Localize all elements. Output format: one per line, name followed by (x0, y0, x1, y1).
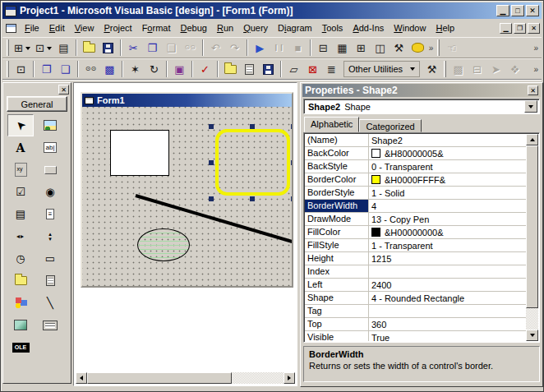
property-row-height[interactable]: Height1215 (305, 252, 526, 265)
selection-handle[interactable] (250, 196, 255, 201)
toolbar-grip[interactable] (7, 39, 9, 56)
designer-horizontal-scrollbar[interactable] (76, 372, 295, 384)
move-objects-button[interactable]: ❖ (505, 60, 524, 78)
utility-tools-button[interactable]: ⚒ (422, 60, 441, 78)
find-records-button[interactable]: ⊙⊙ (81, 60, 100, 78)
selection-handle[interactable] (291, 196, 292, 201)
toolbar-overflow-chevron[interactable]: » (532, 44, 540, 53)
object-selector-combo[interactable]: Shape2 Shape (303, 99, 540, 114)
property-row-top[interactable]: Top360 (305, 318, 526, 331)
menu-format[interactable]: Format (137, 21, 176, 35)
property-value[interactable]: 2400 (369, 279, 526, 291)
menu-editor-button[interactable]: ▤ (54, 39, 73, 57)
property-value[interactable] (369, 265, 526, 278)
dirlistbox-tool[interactable] (7, 270, 34, 292)
property-value[interactable]: 1 - Transparent (369, 239, 526, 251)
selection-handle[interactable] (291, 160, 292, 165)
save-as-button[interactable] (259, 60, 278, 78)
scroll-down-icon[interactable] (526, 330, 538, 341)
selection-handle[interactable] (209, 124, 214, 129)
property-value[interactable]: 4 - Rounded Rectangle (369, 292, 526, 304)
cut-button[interactable]: ✂ (124, 39, 143, 57)
refresh-window-button[interactable]: ↻ (145, 60, 164, 78)
wizard-button[interactable]: ✶ (126, 60, 145, 78)
property-value[interactable]: &H00000000& (369, 226, 526, 238)
delete-window-button[interactable]: ⊠ (303, 60, 322, 78)
property-value[interactable]: 360 (369, 318, 526, 330)
menu-addins[interactable]: Add-Ins (348, 21, 389, 35)
mdi-close-button[interactable]: ✕ (528, 23, 540, 34)
property-value[interactable]: &H0000FFFF& (369, 173, 526, 186)
menu-query[interactable]: Query (238, 21, 273, 35)
menu-diagram[interactable]: Diagram (273, 21, 317, 35)
toolbox-general-tab[interactable]: General (7, 96, 67, 112)
save-project-button[interactable] (99, 39, 118, 57)
property-row-name[interactable]: (Name)Shape2 (305, 134, 526, 147)
property-value[interactable]: Shape2 (369, 134, 526, 146)
combobox-tool[interactable]: ▤ (7, 203, 34, 225)
hscrollbar-tool[interactable]: ◂▸ (7, 225, 34, 247)
menu-project[interactable]: Project (99, 21, 136, 35)
property-value[interactable]: 13 - Copy Pen (369, 213, 526, 225)
scroll-right-icon[interactable] (284, 372, 295, 384)
text-document-button[interactable] (240, 60, 259, 78)
menu-run[interactable]: Run (212, 21, 238, 35)
other-utilities-dropdown[interactable]: Other Utilities (343, 61, 420, 77)
property-value[interactable]: &H80000005& (369, 147, 526, 159)
add-form-button[interactable]: ⊡ (33, 39, 54, 57)
scroll-up-icon[interactable] (526, 134, 538, 145)
property-row-index[interactable]: Index (305, 265, 526, 279)
scrollbar-thumb[interactable] (87, 372, 232, 384)
find-button[interactable]: ⊙⊙ (181, 39, 200, 57)
scrollbar-thumb[interactable] (526, 145, 538, 308)
listbox-tool[interactable]: ≡ (37, 203, 63, 225)
shape-tool[interactable] (7, 292, 34, 314)
menu-edit[interactable]: Edit (44, 21, 70, 35)
toolbar-grip[interactable] (7, 61, 9, 77)
new-window-button[interactable]: ⊟ (468, 60, 486, 78)
tab-categorized[interactable]: Categorized (359, 119, 421, 132)
open-project-button[interactable] (80, 39, 99, 57)
property-row-tag[interactable]: Tag (305, 305, 526, 318)
copy-add-button[interactable]: ❐ (37, 60, 56, 78)
paste-add-button[interactable]: ❑ (56, 60, 75, 78)
maximize-button[interactable]: □ (511, 5, 524, 16)
toolbox-close-icon[interactable]: ✕ (58, 85, 69, 95)
property-value[interactable]: True (369, 331, 526, 341)
property-row-bordercolor[interactable]: BorderColor&H0000FFFF& (305, 173, 526, 187)
toolbox-button[interactable]: ⚒ (390, 39, 408, 57)
picturebox-tool[interactable] (37, 114, 63, 136)
selection-handle[interactable] (209, 160, 214, 165)
property-row-borderstyle[interactable]: BorderStyle1 - Solid (305, 187, 526, 200)
scrollbar-track[interactable] (232, 372, 284, 384)
start-button[interactable]: ▶ (251, 39, 270, 57)
textbox-tool[interactable]: ab| (37, 136, 63, 159)
toolbar-grip[interactable] (437, 39, 440, 56)
select-pointer-button[interactable]: ➤ (486, 60, 505, 78)
menu-file[interactable]: File (20, 21, 44, 35)
menu-tools[interactable]: Tools (317, 21, 348, 35)
property-value[interactable]: 4 (369, 200, 526, 212)
validate-button[interactable]: ✓ (196, 60, 214, 78)
drivelistbox-tool[interactable]: ▭ (37, 247, 63, 270)
menu-help[interactable]: Help (431, 21, 459, 35)
property-row-left[interactable]: Left2400 (305, 279, 526, 292)
mdi-minimize-button[interactable]: ▁ (500, 23, 512, 34)
object-browser-button[interactable]: ◫ (371, 39, 390, 57)
eraser-button[interactable]: ▱ (284, 60, 303, 78)
pointer-tool[interactable]: ➤ (7, 114, 34, 136)
toolbar-grip[interactable] (444, 61, 446, 77)
list-details-button[interactable]: ≣ (322, 60, 341, 78)
menu-debug[interactable]: Debug (175, 21, 211, 35)
add-project-button[interactable]: ⊞ (12, 39, 33, 57)
form-canvas[interactable] (82, 107, 292, 286)
property-row-visible[interactable]: VisibleTrue (305, 331, 526, 341)
label-tool[interactable]: A (7, 136, 34, 159)
redo-button[interactable]: ↷ (225, 39, 244, 57)
toolbar2-overflow-chevron[interactable]: » (532, 65, 540, 74)
filelistbox-tool[interactable] (37, 270, 63, 292)
minimize-button[interactable]: ▁ (496, 5, 509, 16)
open-folder-button[interactable] (221, 60, 240, 78)
menu-view[interactable]: View (70, 21, 99, 35)
copy-object-button[interactable]: ▩ (100, 60, 119, 78)
